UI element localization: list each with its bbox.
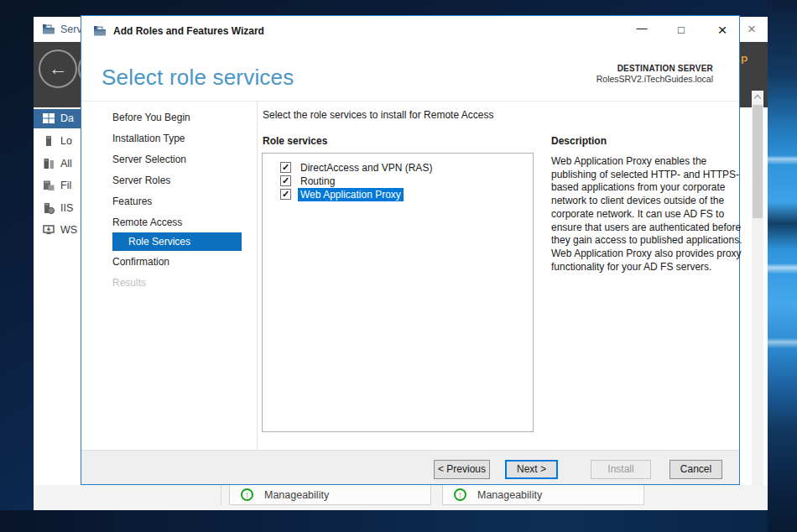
- tile-divider: [221, 485, 221, 505]
- list-item-routing[interactable]: ✓ Routing: [263, 175, 533, 188]
- dashboard-icon: [42, 112, 55, 125]
- role-services-listbox: ✓ DirectAccess and VPN (RAS) ✓ Routing ✓…: [262, 153, 534, 432]
- sidebar-item-label: WS: [60, 221, 77, 240]
- service-label-selected: Web Application Proxy: [298, 188, 404, 201]
- nav-server-roles[interactable]: Server Roles: [112, 174, 242, 187]
- previous-button[interactable]: < Previous: [434, 460, 490, 479]
- list-item-web-application-proxy[interactable]: ✓ Web Application Proxy: [263, 188, 533, 201]
- list-item-directaccess-vpn[interactable]: ✓ DirectAccess and VPN (RAS): [263, 161, 533, 175]
- description-title: Description: [551, 135, 607, 147]
- wizard-header: Select role services DESTINATION SERVER …: [81, 46, 739, 102]
- server-manager-close-icon[interactable]: ×: [738, 17, 765, 42]
- destination-server-name: RolesSRV2.iTechGuides.local: [596, 74, 713, 84]
- manageability-tile[interactable]: ↑ Manageability: [442, 485, 644, 505]
- maximize-button[interactable]: □: [662, 16, 701, 46]
- nav-features[interactable]: Features: [112, 195, 242, 208]
- manageability-tile[interactable]: ↑ Manageability: [229, 485, 431, 505]
- next-button[interactable]: Next >: [505, 460, 558, 479]
- description-text: Web Application Proxy enables the publis…: [551, 155, 742, 274]
- cancel-button[interactable]: Cancel: [669, 460, 722, 479]
- navband-truncated-text: P: [741, 55, 748, 66]
- wizard-window: Add Roles and Features Wizard — □ × Sele…: [81, 15, 740, 485]
- scrollbar: [752, 91, 763, 510]
- nav-divider: [257, 102, 258, 454]
- nav-remote-access[interactable]: Remote Access: [112, 216, 242, 229]
- sidebar-item-label: All: [60, 154, 72, 174]
- scroll-up-button[interactable]: [752, 91, 763, 103]
- install-button: Install: [591, 460, 651, 479]
- tile-label: Manageability: [264, 485, 329, 505]
- wallpaper-bottom-strip: [0, 510, 768, 532]
- nav-before-you-begin[interactable]: Before You Begin: [112, 111, 242, 124]
- tile-label: Manageability: [477, 485, 542, 505]
- destination-server-block: DESTINATION SERVER RolesSRV2.iTechGuides…: [596, 64, 713, 84]
- status-up-icon: ↑: [454, 488, 466, 501]
- local-server-icon: [42, 134, 55, 148]
- wsus-icon: [42, 223, 55, 237]
- wizard-window-title: Add Roles and Features Wizard: [113, 16, 264, 46]
- page-title: Select role services: [102, 65, 294, 91]
- sidebar-item-label: IIS: [60, 199, 73, 218]
- instruction-text: Select the role services to install for …: [263, 109, 493, 121]
- nav-role-services[interactable]: Role Services: [112, 232, 242, 251]
- checkbox-checked[interactable]: ✓: [280, 175, 291, 186]
- sidebar-item-label: Lo: [60, 132, 72, 151]
- back-button[interactable]: ←: [39, 50, 77, 88]
- chevron-up-icon: [754, 95, 761, 102]
- sidebar-item-label: Fil: [60, 176, 71, 196]
- wizard-toolbox-icon: [93, 24, 107, 38]
- dashboard-tiles-strip: ↑ Manageability ↑ Manageability: [34, 485, 768, 510]
- close-button[interactable]: ×: [703, 16, 742, 46]
- nav-results: Results: [112, 276, 242, 289]
- scrollbar-thumb[interactable]: [753, 105, 763, 218]
- iis-icon: [42, 201, 55, 215]
- sidebar-item-label: Da: [60, 109, 74, 128]
- destination-server-label: DESTINATION SERVER: [596, 64, 713, 73]
- status-up-icon: ↑: [241, 488, 253, 501]
- service-label: DirectAccess and VPN (RAS): [298, 161, 435, 175]
- back-arrow-icon: ←: [49, 57, 68, 79]
- file-storage-icon: [42, 179, 55, 192]
- nav-installation-type[interactable]: Installation Type: [112, 132, 242, 145]
- nav-confirmation[interactable]: Confirmation: [112, 255, 242, 269]
- all-servers-icon: [42, 157, 55, 170]
- nav-server-selection[interactable]: Server Selection: [112, 153, 242, 166]
- wallpaper-light-beams: [767, 0, 797, 532]
- minimize-button[interactable]: —: [622, 16, 661, 46]
- service-label: Routing: [298, 175, 337, 188]
- server-manager-toolbox-icon: [42, 23, 55, 36]
- checkbox-checked[interactable]: ✓: [280, 162, 291, 173]
- checkbox-checked[interactable]: ✓: [280, 189, 291, 200]
- wizard-titlebar: Add Roles and Features Wizard — □ ×: [81, 16, 739, 46]
- desktop: Serve × ← P Da: [0, 0, 797, 532]
- role-services-label: Role services: [263, 135, 327, 147]
